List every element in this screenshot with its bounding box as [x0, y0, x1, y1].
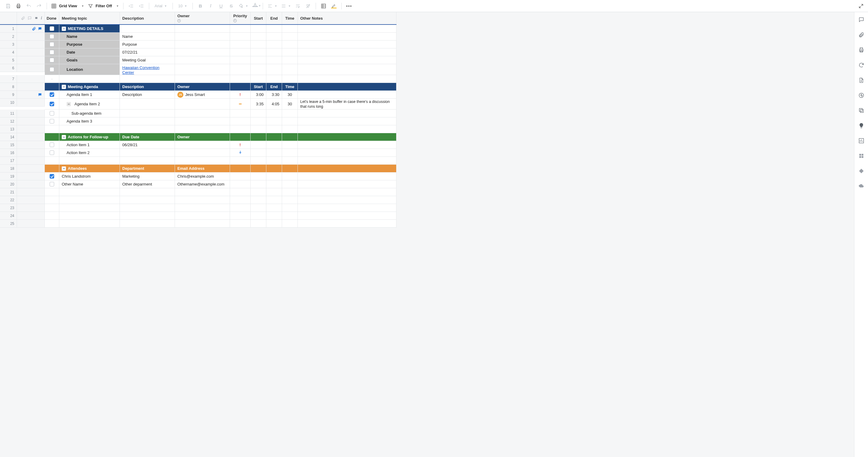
cell[interactable]: Agenda Item 1	[59, 91, 120, 99]
row-number[interactable]: 22	[0, 196, 17, 204]
row-number[interactable]: 18	[0, 165, 17, 173]
idea-icon[interactable]	[858, 122, 865, 129]
cell[interactable]	[266, 188, 282, 196]
cell[interactable]	[266, 133, 282, 141]
cell[interactable]	[45, 64, 59, 75]
cell[interactable]	[251, 204, 266, 212]
font-name-select[interactable]: Arial ▼	[152, 1, 169, 10]
checkbox[interactable]	[50, 26, 54, 31]
cell[interactable]	[175, 188, 230, 196]
cell[interactable]	[230, 220, 251, 227]
cell[interactable]: 3:00	[251, 91, 266, 99]
cell[interactable]	[251, 149, 266, 157]
cell[interactable]	[230, 149, 251, 157]
cell[interactable]	[266, 25, 282, 33]
cell[interactable]: Email Address	[175, 165, 230, 173]
cell[interactable]: Name	[59, 33, 120, 40]
cell[interactable]	[282, 110, 298, 117]
cell[interactable]	[282, 180, 298, 188]
cell[interactable]	[120, 157, 175, 165]
cell[interactable]	[298, 173, 397, 180]
cell[interactable]	[251, 212, 266, 220]
cell[interactable]	[251, 40, 266, 49]
cell[interactable]	[282, 125, 298, 133]
cell[interactable]	[120, 25, 175, 33]
row-number[interactable]: 7	[0, 75, 17, 83]
cell[interactable]	[45, 110, 59, 117]
cell[interactable]	[175, 149, 230, 157]
cell[interactable]: !	[230, 91, 251, 99]
fill-color-icon[interactable]: ▼	[237, 1, 249, 10]
comments-panel-icon[interactable]	[858, 16, 865, 23]
cell[interactable]: −MEETING DETAILS	[59, 25, 120, 33]
apps-icon[interactable]	[858, 153, 865, 159]
checkbox[interactable]	[50, 111, 54, 116]
cell[interactable]	[175, 33, 230, 40]
cell[interactable]	[230, 125, 251, 133]
col-topic[interactable]: Meeting topic	[59, 12, 120, 24]
cell[interactable]	[251, 188, 266, 196]
cell[interactable]: Action Item 1	[59, 141, 120, 149]
cell[interactable]	[266, 33, 282, 40]
bold-icon[interactable]: B	[196, 1, 205, 10]
cell[interactable]: −Agenda Item 2	[59, 99, 120, 110]
cell[interactable]: −Meeting Agenda	[59, 83, 120, 91]
cell[interactable]	[175, 40, 230, 49]
cell[interactable]	[45, 125, 59, 133]
filter-button[interactable]: Filter Off ▼	[87, 1, 120, 10]
italic-icon[interactable]: I	[206, 1, 215, 10]
cell[interactable]	[266, 204, 282, 212]
cell[interactable]	[282, 64, 298, 75]
cell[interactable]: Chris@example.com	[175, 173, 230, 180]
cell[interactable]	[120, 196, 175, 204]
cell[interactable]	[251, 125, 266, 133]
cell[interactable]: Start	[251, 83, 266, 91]
row-number[interactable]: 3	[0, 40, 17, 49]
collapse-toolbar-icon[interactable]	[857, 1, 866, 10]
cell[interactable]	[175, 99, 230, 110]
cell[interactable]	[230, 117, 251, 125]
diamond-icon[interactable]	[858, 167, 865, 174]
cell[interactable]	[230, 25, 251, 33]
cell[interactable]	[282, 196, 298, 204]
cell[interactable]: Purpose	[59, 40, 120, 49]
cell[interactable]	[175, 56, 230, 64]
col-start[interactable]: Start	[251, 12, 266, 24]
cell[interactable]	[175, 204, 230, 212]
print-icon[interactable]	[14, 1, 23, 10]
row-number[interactable]: 19	[0, 173, 17, 180]
cell[interactable]: ━	[230, 99, 251, 110]
cell[interactable]	[120, 212, 175, 220]
cell[interactable]	[59, 212, 120, 220]
cell[interactable]: Other Name	[59, 180, 120, 188]
col-desc[interactable]: Description	[120, 12, 175, 24]
cell[interactable]	[282, 212, 298, 220]
cell[interactable]	[266, 64, 282, 75]
cell[interactable]	[298, 91, 397, 99]
cell[interactable]	[230, 133, 251, 141]
cell[interactable]	[282, 25, 298, 33]
checkbox[interactable]	[50, 102, 54, 106]
underline-icon[interactable]: U	[216, 1, 225, 10]
attachments-panel-icon[interactable]	[858, 31, 865, 38]
cell[interactable]	[266, 157, 282, 165]
checkbox[interactable]	[50, 92, 54, 97]
activity-icon[interactable]	[858, 92, 865, 99]
cell[interactable]	[251, 117, 266, 125]
checkbox[interactable]	[50, 150, 54, 155]
cell[interactable]	[230, 196, 251, 204]
cell[interactable]	[45, 40, 59, 49]
cell[interactable]	[298, 40, 397, 49]
collapse-icon[interactable]: −	[62, 85, 66, 89]
cell[interactable]	[59, 220, 120, 227]
cell[interactable]	[120, 75, 175, 83]
cell[interactable]	[175, 64, 230, 75]
cell[interactable]: End	[266, 83, 282, 91]
cell[interactable]	[251, 49, 266, 56]
col-notes[interactable]: Other Notes	[298, 12, 397, 24]
cell[interactable]	[282, 133, 298, 141]
cell[interactable]: Date	[59, 49, 120, 56]
cell[interactable]	[175, 157, 230, 165]
wrap-text-icon[interactable]	[293, 1, 302, 10]
cell[interactable]	[230, 33, 251, 40]
